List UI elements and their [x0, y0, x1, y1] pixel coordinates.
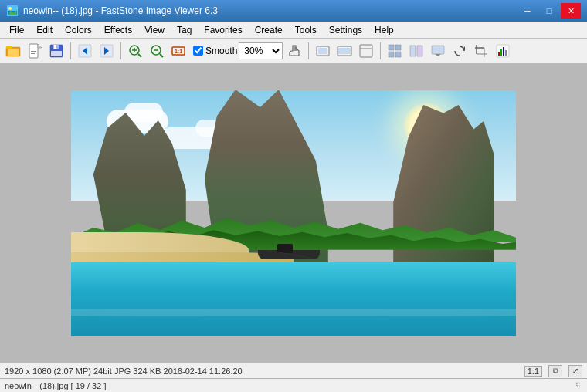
toolbar-separator-4 — [380, 42, 381, 59]
fullscreen-button[interactable] — [356, 41, 376, 61]
rotate-cw-button[interactable] — [450, 41, 470, 61]
svg-rect-38 — [395, 45, 401, 50]
info-bar: neowin-- (18).jpg [ 19 / 32 ] ⠿ — [0, 378, 587, 392]
svg-rect-37 — [389, 45, 394, 50]
svg-rect-54 — [503, 47, 504, 56]
status-controls: 1:1 ⧉ ⤢ — [524, 365, 582, 377]
app-icon — [6, 5, 19, 17]
menu-file[interactable]: File — [3, 22, 30, 38]
fit-width-button[interactable] — [334, 41, 355, 61]
file-format: JPG — [114, 367, 131, 376]
menu-view[interactable]: View — [138, 22, 171, 38]
menu-favorites[interactable]: Favorites — [198, 22, 248, 38]
menu-edit[interactable]: Edit — [30, 22, 59, 38]
water-shimmer — [71, 309, 516, 316]
next-image-button[interactable] — [97, 41, 117, 61]
zoom-ratio[interactable]: 1:1 — [524, 366, 542, 377]
histogram-button[interactable] — [493, 41, 513, 61]
menu-bar: File Edit Colors Effects View Tag Favori… — [0, 22, 587, 39]
toolbar-separator-3 — [308, 42, 309, 59]
toolbar-separator-2 — [120, 42, 121, 59]
toolbar: 1:1 Smooth 10% 25% 30% 50% 75% 100% 150%… — [0, 39, 587, 63]
smooth-text: Smooth — [205, 46, 237, 56]
grid-button[interactable] — [385, 41, 405, 61]
photo — [71, 90, 516, 336]
svg-rect-32 — [318, 48, 327, 54]
close-button[interactable]: ✕ — [561, 3, 581, 19]
hand-tool-button[interactable] — [284, 41, 304, 61]
bit-depth: 24bit — [93, 367, 112, 376]
menu-settings[interactable]: Settings — [323, 22, 368, 38]
svg-rect-5 — [6, 46, 12, 49]
title-bar: neowin-- (18).jpg - FastStone Image View… — [0, 0, 587, 22]
zoom-in-button[interactable] — [125, 41, 145, 61]
file-time: 11:26:20 — [209, 367, 243, 376]
smooth-area: Smooth — [193, 46, 237, 56]
open-folder-button[interactable] — [3, 41, 23, 61]
resize-grip[interactable]: ⠿ — [575, 382, 581, 390]
svg-rect-10 — [31, 51, 36, 52]
file-date: 2016-02-14 — [164, 367, 207, 376]
svg-point-2 — [8, 7, 12, 10]
status-btn-copy[interactable]: ⧉ — [548, 365, 562, 377]
menu-tools[interactable]: Tools — [289, 22, 323, 38]
svg-rect-52 — [498, 52, 500, 56]
minimize-button[interactable]: ─ — [517, 3, 538, 19]
svg-rect-11 — [31, 53, 35, 54]
svg-rect-15 — [51, 51, 62, 56]
file-info: neowin-- (18).jpg [ 19 / 32 ] — [5, 381, 106, 390]
svg-rect-6 — [8, 49, 19, 56]
restore-button[interactable]: □ — [539, 3, 559, 19]
svg-rect-39 — [389, 52, 394, 57]
file-size: 324 KB — [133, 367, 161, 376]
svg-rect-55 — [505, 50, 507, 56]
menu-tag[interactable]: Tag — [171, 22, 198, 38]
zoom-out-button[interactable] — [147, 41, 167, 61]
image-dimensions: 1920 x 1080 (2.07 MP) — [5, 367, 91, 376]
menu-colors[interactable]: Colors — [59, 22, 98, 38]
svg-rect-40 — [395, 52, 401, 57]
svg-line-25 — [160, 54, 163, 57]
smooth-label[interactable]: Smooth — [193, 46, 237, 56]
svg-rect-9 — [31, 49, 36, 49]
menu-effects[interactable]: Effects — [98, 22, 138, 38]
svg-marker-8 — [38, 44, 42, 48]
svg-text:1:1: 1:1 — [175, 49, 182, 54]
window-title: neowin-- (18).jpg - FastStone Image View… — [23, 5, 517, 16]
main-area — [0, 63, 587, 363]
status-info: 1920 x 1080 (2.07 MP) 24bit JPG 324 KB 2… — [5, 367, 524, 376]
svg-rect-41 — [410, 46, 416, 56]
menu-create[interactable]: Create — [249, 22, 289, 38]
save-button[interactable] — [46, 41, 66, 61]
zoom-select[interactable]: 10% 25% 30% 50% 75% 100% 150% 200% — [239, 42, 283, 59]
svg-line-21 — [138, 54, 141, 57]
window-controls: ─ □ ✕ — [517, 3, 581, 19]
status-bar: 1920 x 1080 (2.07 MP) 24bit JPG 324 KB 2… — [0, 363, 587, 378]
svg-rect-42 — [417, 46, 422, 56]
compare-button[interactable] — [406, 41, 426, 61]
svg-rect-14 — [54, 45, 56, 49]
svg-rect-43 — [432, 46, 444, 54]
svg-rect-34 — [338, 48, 351, 54]
water — [71, 262, 516, 336]
slideshow-button[interactable] — [428, 41, 448, 61]
toolbar-separator-1 — [70, 42, 71, 59]
menu-help[interactable]: Help — [368, 22, 400, 38]
smooth-checkbox[interactable] — [193, 46, 203, 56]
prev-image-button[interactable] — [75, 41, 95, 61]
image-container[interactable] — [71, 90, 516, 336]
status-btn-expand[interactable]: ⤢ — [568, 365, 582, 377]
actual-size-button[interactable]: 1:1 — [168, 41, 188, 61]
open-file-button[interactable] — [25, 41, 45, 61]
crop-button[interactable] — [471, 41, 491, 61]
svg-rect-35 — [360, 45, 372, 57]
fit-window-button[interactable] — [313, 41, 333, 61]
svg-rect-53 — [500, 49, 502, 56]
